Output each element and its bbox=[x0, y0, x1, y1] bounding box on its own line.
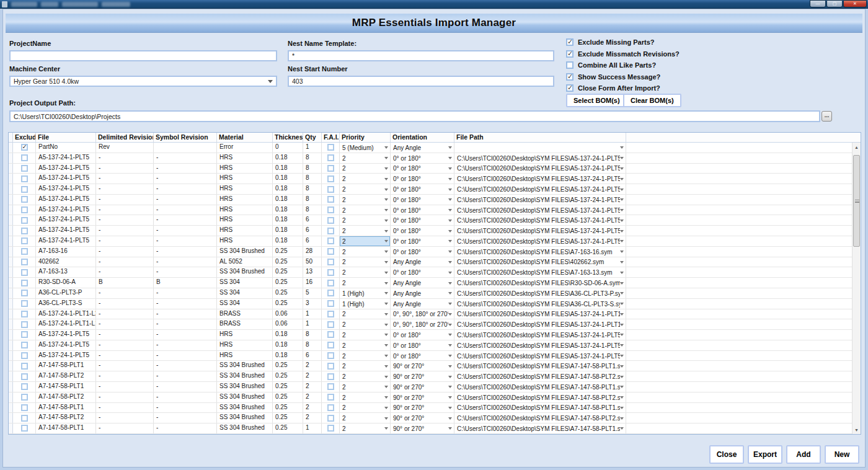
cell-delimited-revision[interactable]: - bbox=[96, 267, 154, 277]
exclude-checkbox[interactable] bbox=[21, 196, 28, 203]
table-row[interactable]: A7-147-58-PLT1--SS 304 Brushed0.252290° … bbox=[9, 403, 852, 414]
cell-file[interactable]: A7-147-58-PLT2 bbox=[36, 371, 96, 381]
cell-material[interactable]: Error bbox=[217, 143, 273, 153]
row-header[interactable] bbox=[9, 403, 13, 413]
cell-orientation-dropdown[interactable]: 90° or 270° bbox=[391, 371, 454, 381]
table-row[interactable]: A7-147-58-PLT1--SS 304 Brushed0.251290° … bbox=[9, 423, 852, 434]
cell-material[interactable]: HRS bbox=[217, 174, 273, 184]
exclude-checkbox[interactable] bbox=[21, 248, 28, 255]
fai-checkbox[interactable] bbox=[327, 311, 334, 317]
cell-file[interactable]: A5-137-24-1-PLT5 bbox=[36, 340, 96, 350]
cell-priority-dropdown[interactable]: 2 bbox=[340, 278, 391, 288]
cell-qty[interactable]: 8 bbox=[303, 174, 322, 184]
cell-fai[interactable] bbox=[322, 164, 340, 174]
option-row[interactable]: Close Form After Import? bbox=[566, 82, 680, 94]
fai-checkbox[interactable] bbox=[327, 269, 334, 276]
cell-file-path-dropdown[interactable]: C:\Users\TCI00260\Desktop\SYM FILES\A5-1… bbox=[454, 351, 626, 361]
row-header[interactable] bbox=[9, 278, 13, 288]
cell-material[interactable]: SS 304 bbox=[217, 278, 273, 288]
table-row[interactable]: A5-137-24-1-PLT5--HRS0.18820° or 180°C:\… bbox=[9, 184, 852, 195]
cell-priority-dropdown[interactable]: 2 bbox=[340, 184, 391, 194]
option-row[interactable]: Exclude Missing Parts? bbox=[566, 37, 680, 48]
cell-exclude[interactable] bbox=[13, 247, 36, 257]
exclude-checkbox[interactable] bbox=[21, 154, 28, 161]
table-row[interactable]: A36-CL-PLT3-S--SS 3040.2531 (High)Any An… bbox=[9, 299, 852, 309]
cell-priority-dropdown[interactable]: 2 bbox=[340, 403, 391, 413]
cell-exclude[interactable] bbox=[13, 205, 36, 215]
column-header-exclude[interactable]: Exclude bbox=[13, 133, 36, 142]
cell-delimited-revision[interactable]: - bbox=[96, 330, 154, 340]
cell-material[interactable]: HRS bbox=[217, 184, 273, 194]
cell-fai[interactable] bbox=[322, 403, 340, 413]
cell-symbol-revision[interactable]: - bbox=[154, 371, 217, 381]
cell-file-path-dropdown[interactable]: C:\Users\TCI00260\Desktop\SYM FILES\A5-1… bbox=[454, 330, 626, 340]
cell-file-path-dropdown[interactable]: C:\Users\TCI00260\Desktop\SYM FILES\A7-1… bbox=[454, 423, 626, 433]
cell-orientation-dropdown[interactable]: Any Angle bbox=[391, 288, 454, 298]
cell-thickness[interactable]: 0.25 bbox=[273, 257, 303, 267]
maximize-button[interactable]: ▢ bbox=[826, 0, 843, 7]
cell-exclude[interactable] bbox=[13, 340, 36, 350]
cell-symbol-revision[interactable]: - bbox=[154, 226, 217, 236]
cell-symbol-revision[interactable]: - bbox=[154, 392, 217, 402]
exclude-checkbox[interactable] bbox=[21, 363, 28, 370]
cell-orientation-dropdown[interactable]: 0°, 90°, 180° or 270° bbox=[391, 319, 454, 329]
cell-qty[interactable]: 2 bbox=[303, 382, 322, 392]
fai-checkbox[interactable] bbox=[327, 321, 334, 328]
cell-symbol-revision[interactable]: B bbox=[154, 278, 217, 288]
cell-material[interactable]: HRS bbox=[217, 195, 273, 205]
option-row[interactable]: Combine All Like Parts? bbox=[566, 60, 680, 71]
cell-fai[interactable] bbox=[322, 236, 340, 246]
cell-file-path-dropdown[interactable]: C:\Users\TCI00260\Desktop\SYM FILES\A7-1… bbox=[454, 247, 626, 257]
cell-fai[interactable] bbox=[322, 174, 340, 184]
cell-file-path-dropdown[interactable]: C:\Users\TCI00260\Desktop\SYM FILES\A5-1… bbox=[454, 236, 626, 246]
cell-symbol-revision[interactable]: - bbox=[154, 413, 217, 423]
column-header-orientation[interactable]: Orientation bbox=[391, 133, 454, 142]
machine-center-dropdown[interactable]: Hyper Gear 510 4.0kw bbox=[9, 76, 277, 87]
cell-orientation-dropdown[interactable]: 0° or 180° bbox=[391, 340, 454, 350]
cell-file[interactable]: A36-CL-PLT3-S bbox=[36, 299, 96, 309]
cell-orientation-dropdown[interactable]: 0° or 180° bbox=[391, 247, 454, 257]
cell-symbol-revision[interactable]: - bbox=[154, 267, 217, 277]
cell-file[interactable]: A5-137-24-1-PLT1-L2 bbox=[36, 309, 96, 319]
cell-thickness[interactable]: 0.25 bbox=[273, 382, 303, 392]
cell-exclude[interactable] bbox=[13, 361, 36, 371]
row-header[interactable] bbox=[9, 413, 13, 423]
cell-priority-dropdown[interactable]: 2 bbox=[340, 153, 391, 163]
cell-qty[interactable]: 3 bbox=[303, 299, 322, 309]
cell-exclude[interactable] bbox=[13, 195, 36, 205]
cell-file-path-dropdown[interactable] bbox=[454, 143, 626, 153]
table-row[interactable]: A5-137-24-1-PLT5--HRS0.18820° or 180°C:\… bbox=[9, 340, 852, 351]
cell-file[interactable]: A5-137-24-1-PLT5 bbox=[36, 215, 96, 225]
cell-priority-dropdown[interactable]: 2 bbox=[340, 382, 391, 392]
checkbox-checked[interactable] bbox=[566, 73, 574, 81]
fai-checkbox[interactable] bbox=[327, 280, 334, 286]
cell-symbol-revision[interactable]: - bbox=[154, 215, 217, 225]
cell-thickness[interactable]: 0.18 bbox=[273, 195, 303, 205]
window-titlebar[interactable]: — ▢ ✕ bbox=[0, 0, 868, 9]
cell-thickness[interactable]: 0.18 bbox=[273, 226, 303, 236]
cell-priority-dropdown[interactable]: 5 (Medium) bbox=[340, 143, 391, 153]
cell-delimited-revision[interactable]: - bbox=[96, 351, 154, 361]
fai-checkbox[interactable] bbox=[327, 248, 334, 255]
cell-qty[interactable]: 6 bbox=[303, 226, 322, 236]
cell-orientation-dropdown[interactable]: 0°, 90°, 180° or 270° bbox=[391, 309, 454, 319]
cell-thickness[interactable]: 0.25 bbox=[273, 299, 303, 309]
row-header[interactable] bbox=[9, 236, 13, 246]
cell-thickness[interactable]: 0.18 bbox=[273, 164, 303, 174]
cell-delimited-revision[interactable]: - bbox=[96, 184, 154, 194]
cell-file-path-dropdown[interactable]: C:\Users\TCI00260\Desktop\SYM FILES\A5-1… bbox=[454, 340, 626, 350]
cell-file[interactable]: A7-147-58-PLT1 bbox=[36, 423, 96, 433]
cell-priority-dropdown[interactable]: 2 bbox=[340, 413, 391, 423]
cell-fai[interactable] bbox=[322, 423, 340, 433]
fai-checkbox[interactable] bbox=[327, 331, 334, 338]
cell-file-path-dropdown[interactable]: C:\Users\TCI00260\Desktop\SYM FILES\A5-1… bbox=[454, 174, 626, 184]
cell-exclude[interactable] bbox=[13, 143, 36, 153]
cell-qty[interactable]: 16 bbox=[303, 278, 322, 288]
row-header[interactable] bbox=[9, 330, 13, 340]
cell-file-path-dropdown[interactable]: C:\Users\TCI00260\Desktop\SYM FILES\A5-1… bbox=[454, 184, 626, 194]
cell-priority-dropdown[interactable]: 1 (High) bbox=[340, 288, 391, 298]
cell-priority-dropdown[interactable]: 2 bbox=[340, 392, 391, 402]
exclude-checkbox[interactable] bbox=[21, 217, 28, 224]
cell-delimited-revision[interactable]: - bbox=[96, 309, 154, 319]
exclude-checkbox[interactable] bbox=[21, 175, 28, 182]
